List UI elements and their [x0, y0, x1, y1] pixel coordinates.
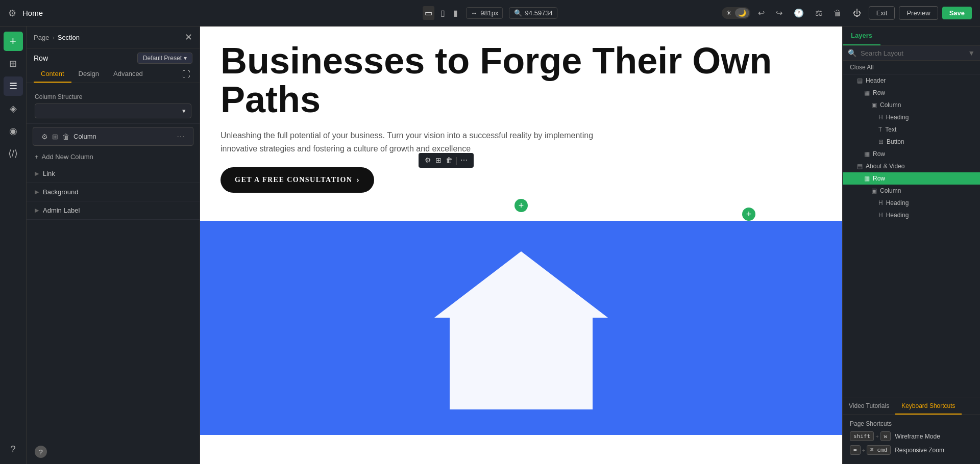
- close-panel-button[interactable]: ✕: [185, 32, 192, 43]
- link-section[interactable]: ▶ Link: [27, 165, 200, 183]
- canvas-content: Businesses to Forge Their Own Paths Unle…: [200, 27, 842, 221]
- clone-col-icon[interactable]: ⊞: [52, 133, 58, 141]
- kbd-w: w: [880, 431, 891, 441]
- about-layer-icon: ▤: [857, 163, 863, 170]
- col-structure-label: Column Structure: [35, 93, 191, 100]
- page-shortcuts-title: Page Shortcuts: [850, 420, 973, 427]
- layout-button[interactable]: ⚖: [812, 6, 826, 20]
- tab-layers[interactable]: Layers: [843, 27, 880, 45]
- link-label: Link: [43, 170, 55, 177]
- layer-item-col2[interactable]: ▣ Column: [843, 185, 980, 197]
- tab-content[interactable]: Content: [34, 66, 71, 83]
- layer-item-heading2[interactable]: H Heading: [843, 197, 980, 209]
- add-column-button[interactable]: + Add New Column: [27, 149, 200, 165]
- zoom-value: 94.59734: [525, 9, 553, 17]
- col-clone-icon[interactable]: ⊞: [433, 155, 444, 166]
- trash-col-icon[interactable]: 🗑: [62, 133, 69, 141]
- preset-chevron: ▾: [184, 55, 187, 62]
- tablet-icon[interactable]: ▯: [438, 6, 447, 20]
- search-input[interactable]: [861, 49, 964, 57]
- redo-button[interactable]: ↪: [772, 6, 786, 20]
- col-structure-select[interactable]: ▾: [35, 104, 191, 118]
- column-menu-icon[interactable]: ⋯: [177, 132, 185, 141]
- viewport-info[interactable]: ↔ 981px: [466, 7, 503, 19]
- layer-item-row3[interactable]: ▦ Row: [843, 172, 980, 185]
- zoom-info[interactable]: 🔍 94.59734: [509, 7, 557, 19]
- right-panel: Layers 🔍 ▼ Close All ▤ Header ▦ Row ▣ Co…: [842, 27, 980, 464]
- modules-icon[interactable]: ⊞: [4, 54, 23, 73]
- add-element-button[interactable]: +: [4, 32, 23, 51]
- kbd-cmd: ⌘ cmd: [867, 445, 891, 455]
- layers-icon[interactable]: ☰: [4, 76, 23, 96]
- help-icon[interactable]: ?: [4, 440, 23, 459]
- desktop-icon[interactable]: ▭: [423, 6, 434, 20]
- mobile-icon[interactable]: ▮: [451, 6, 460, 20]
- tab-keyboard-shortcuts[interactable]: Keyboard Shortcuts: [895, 398, 961, 415]
- shortcut-zoom: = + ⌘ cmd Responsive Zoom: [850, 445, 973, 455]
- preview-button[interactable]: Preview: [899, 6, 938, 20]
- bg-arrow-icon: ▶: [35, 189, 39, 195]
- mode-toggle[interactable]: ☀ 🌙: [722, 7, 750, 19]
- row-divider-1: +: [220, 197, 822, 214]
- fullscreen-icon[interactable]: ⛶: [182, 70, 190, 79]
- help-question-icon[interactable]: ?: [35, 446, 47, 458]
- topbar-right: ☀ 🌙 ↩ ↪ 🕐 ⚖ 🗑 ⏻ Exit Preview Save: [722, 6, 972, 20]
- gear-icon[interactable]: ⚙: [8, 8, 16, 19]
- right-panel-tabs: Layers: [843, 27, 980, 46]
- preset-button[interactable]: Default Preset ▾: [137, 53, 192, 64]
- exit-button[interactable]: Exit: [869, 6, 895, 20]
- col-settings-icon[interactable]: ⚙: [423, 155, 433, 166]
- cta-arrow-icon: ›: [356, 175, 360, 185]
- kbd-shift: shift: [850, 431, 874, 441]
- col2-layer-icon: ▣: [871, 187, 877, 194]
- theme-icon[interactable]: ◉: [4, 121, 23, 141]
- power-button[interactable]: ⏻: [849, 6, 865, 20]
- layer-item-heading1[interactable]: H Heading: [843, 111, 980, 123]
- row2-layer-icon: ▦: [864, 150, 870, 158]
- button1-layer-icon: ⊞: [878, 138, 884, 145]
- layer-item-row1[interactable]: ▦ Row: [843, 87, 980, 99]
- tab-advanced[interactable]: Advanced: [106, 66, 150, 83]
- cta-button[interactable]: GET A FREE CONSULTATION ›: [220, 167, 374, 193]
- settings-col-icon[interactable]: ⚙: [41, 133, 48, 141]
- col-more-icon[interactable]: ⋯: [458, 155, 470, 166]
- background-section[interactable]: ▶ Background: [27, 183, 200, 201]
- shortcuts-panel: Page Shortcuts shift + w Wireframe Mode …: [843, 415, 980, 464]
- trash-button[interactable]: 🗑: [830, 6, 845, 20]
- layer-item-heading3[interactable]: H Heading: [843, 209, 980, 221]
- settings-icon[interactable]: ◈: [4, 99, 23, 118]
- dark-mode-icon[interactable]: 🌙: [735, 8, 749, 18]
- filter-icon[interactable]: ▼: [968, 49, 975, 57]
- heading1-layer-icon: H: [878, 114, 883, 121]
- column-label: Column: [74, 133, 96, 140]
- close-all-button[interactable]: Close All: [843, 61, 980, 74]
- search-layout: 🔍 ▼: [843, 46, 980, 61]
- layer-item-col1[interactable]: ▣ Column: [843, 99, 980, 111]
- admin-label-section[interactable]: ▶ Admin Label: [27, 201, 200, 220]
- canvas[interactable]: Businesses to Forge Their Own Paths Unle…: [200, 27, 842, 464]
- help-tabs: Video Tutorials Keyboard Shortcuts: [843, 398, 980, 415]
- light-mode-icon[interactable]: ☀: [723, 8, 735, 18]
- breadcrumb-separator: ›: [52, 34, 54, 41]
- code-icon[interactable]: ⟨/⟩: [4, 144, 23, 163]
- layer-name-header: Header: [866, 77, 886, 84]
- undo-button[interactable]: ↩: [754, 6, 768, 20]
- breadcrumb-page[interactable]: Page: [34, 34, 49, 41]
- add-col-label: Add New Column: [42, 153, 93, 161]
- tab-video-tutorials[interactable]: Video Tutorials: [843, 398, 895, 415]
- heading3-layer-icon: H: [878, 212, 883, 219]
- add-row-button-1[interactable]: +: [514, 199, 528, 212]
- layer-item-button1[interactable]: ⊞ Button: [843, 136, 980, 148]
- admin-arrow-icon: ▶: [35, 207, 39, 214]
- breadcrumb-section[interactable]: Section: [58, 34, 80, 41]
- history-button[interactable]: 🕐: [790, 6, 807, 20]
- layer-item-text1[interactable]: T Text: [843, 123, 980, 136]
- layer-item-row2[interactable]: ▦ Row: [843, 148, 980, 160]
- save-button[interactable]: Save: [942, 7, 972, 19]
- col-delete-icon[interactable]: 🗑: [444, 156, 455, 166]
- tab-design[interactable]: Design: [71, 66, 106, 83]
- layer-item-header[interactable]: ▤ Header: [843, 74, 980, 87]
- device-icons: ▭ ▯ ▮: [423, 6, 460, 20]
- layer-name-button1: Button: [887, 138, 904, 145]
- layer-item-about[interactable]: ▤ About & Video: [843, 160, 980, 172]
